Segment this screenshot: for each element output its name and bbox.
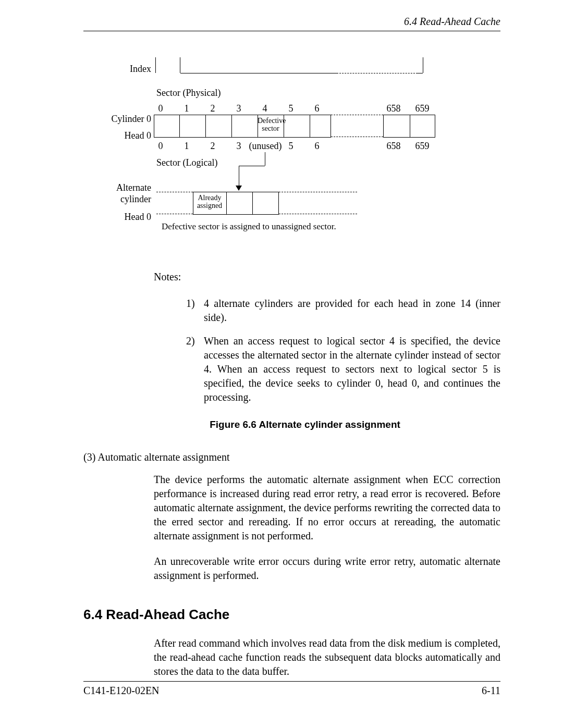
num: 1 bbox=[176, 103, 197, 114]
label-alt-cyl: Alternate cylinder bbox=[94, 182, 151, 205]
footer-right: 6-11 bbox=[482, 685, 500, 697]
footer-left: C141-E120-02EN bbox=[83, 685, 160, 697]
unused-label: (unused) bbox=[247, 141, 284, 152]
label-index: Index bbox=[120, 64, 151, 75]
num: 4 bbox=[254, 103, 275, 114]
notes-heading: Notes: bbox=[154, 271, 500, 283]
note-item: 1) 4 alternate cylinders are provided fo… bbox=[186, 297, 500, 325]
sector-row bbox=[154, 115, 331, 138]
diagram: Index Sector (Physical) 0 1 2 3 4 5 6 65… bbox=[83, 57, 500, 250]
label-sector-logical: Sector (Logical) bbox=[156, 157, 217, 168]
num: 6 bbox=[307, 141, 327, 152]
num: 5 bbox=[280, 141, 301, 152]
num: 0 bbox=[150, 103, 171, 114]
label-head0-b: Head 0 bbox=[94, 212, 151, 223]
num: 0 bbox=[150, 141, 171, 152]
num: 6 bbox=[307, 103, 327, 114]
num: 3 bbox=[228, 103, 249, 114]
section-heading: 6.4 Read-Ahead Cache bbox=[83, 607, 500, 623]
subsection-3: (3) Automatic alternate assignment bbox=[83, 451, 500, 463]
num: 659 bbox=[412, 103, 433, 114]
paragraph: An unrecoverable write error occurs duri… bbox=[154, 554, 500, 583]
num: 2 bbox=[202, 141, 223, 152]
note-text: When an access request to logical sector… bbox=[204, 334, 500, 404]
figure-caption: Figure 6.6 Alternate cylinder assignment bbox=[109, 419, 500, 430]
num: 1 bbox=[176, 141, 197, 152]
num: 3 bbox=[228, 141, 249, 152]
paragraph: After read command which involves read d… bbox=[154, 636, 500, 678]
defective-label: Defective sector bbox=[258, 117, 284, 133]
paragraph: The device performs the automatic altern… bbox=[154, 473, 500, 543]
label-head0: Head 0 bbox=[94, 130, 151, 141]
already-label: Already assigned bbox=[194, 194, 225, 210]
num: 5 bbox=[280, 103, 301, 114]
note-number: 2) bbox=[186, 334, 204, 404]
label-sector-physical: Sector (Physical) bbox=[156, 88, 221, 98]
note-text: 4 alternate cylinders are provided for e… bbox=[204, 297, 500, 325]
sector-row-right bbox=[383, 115, 435, 138]
num: 658 bbox=[383, 141, 404, 152]
note-number: 1) bbox=[186, 297, 204, 325]
num: 658 bbox=[383, 103, 404, 114]
diagram-footnote: Defective sector is assigned to unassign… bbox=[162, 221, 336, 232]
note-item: 2) When an access request to logical sec… bbox=[186, 334, 500, 404]
num: 2 bbox=[202, 103, 223, 114]
num: 659 bbox=[412, 141, 433, 152]
label-cyl0: Cylinder 0 bbox=[94, 114, 151, 125]
running-header: 6.4 Read-Ahead Cache bbox=[83, 16, 500, 31]
